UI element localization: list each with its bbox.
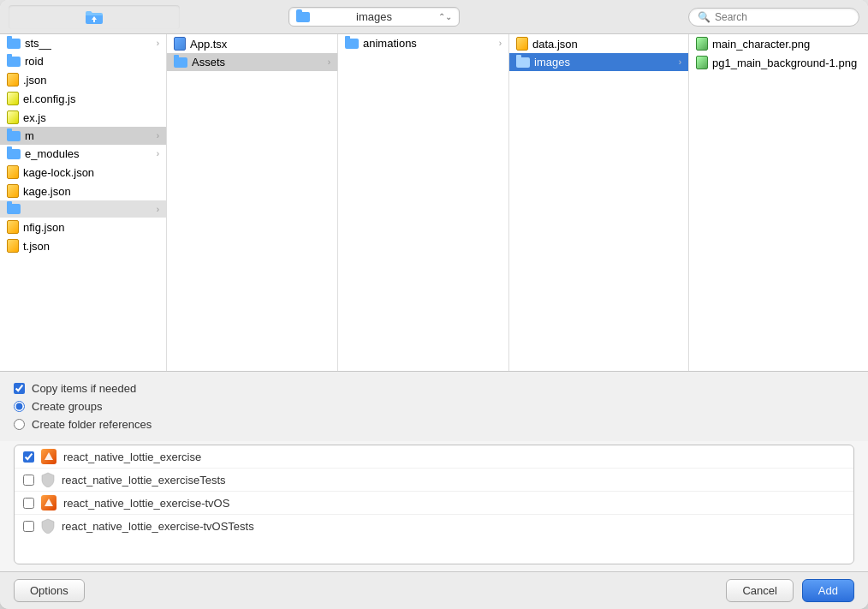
- png-file-icon: [696, 37, 708, 51]
- footer-left: Options: [14, 579, 726, 602]
- create-groups-row: Create groups: [14, 400, 854, 413]
- arrow-right-icon: ›: [157, 131, 159, 140]
- list-item[interactable]: main_character.png: [689, 34, 868, 53]
- folder-selector-chevron: ⌃⌄: [438, 12, 452, 21]
- browser-col-5: main_character.png pg1_main_background-1…: [689, 34, 868, 371]
- json-file-icon: [7, 73, 19, 87]
- footer-right: Cancel Add: [726, 579, 854, 602]
- list-item[interactable]: e_modules ›: [0, 145, 166, 163]
- json-file-icon: [7, 220, 19, 234]
- current-folder-icon: [296, 12, 310, 22]
- list-item[interactable]: el.config.js: [0, 89, 166, 108]
- list-item[interactable]: images ›: [509, 53, 688, 71]
- add-button[interactable]: Add: [802, 579, 854, 602]
- target-name-1: react_native_lottie_exercise: [63, 451, 201, 463]
- folder-icon: [7, 39, 21, 49]
- list-item[interactable]: App.tsx: [167, 34, 337, 53]
- browser-col-2: App.tsx Assets ›: [167, 34, 338, 371]
- arrow-right-icon: ›: [679, 57, 681, 67]
- toolbar-center: images ⌃⌄: [84, 7, 664, 27]
- copy-items-row: Copy items if needed: [14, 382, 854, 395]
- arrow-right-icon: ›: [499, 39, 502, 48]
- target-checkbox-4[interactable]: [23, 521, 34, 532]
- search-icon: 🔍: [698, 11, 710, 23]
- target-checkbox-1[interactable]: [23, 451, 34, 463]
- target-name-4: react_native_lottie_exercise-tvOSTests: [62, 520, 254, 533]
- target-item: react_native_lottie_exercise-tvOSTests: [15, 515, 853, 537]
- shield-icon: [41, 472, 55, 487]
- options-button[interactable]: Options: [14, 579, 85, 602]
- json-file-icon: [7, 239, 19, 253]
- list-item[interactable]: animations ›: [338, 34, 508, 52]
- toolbar-left: [9, 5, 77, 29]
- arrow-right-icon: ›: [157, 149, 159, 158]
- targets-section: react_native_lottie_exercise react_nativ…: [14, 445, 854, 564]
- target-name-3: react_native_lottie_exercise-tvOS: [63, 497, 229, 510]
- list-item[interactable]: data.json: [509, 34, 688, 53]
- current-folder-name: images: [315, 10, 433, 23]
- list-item[interactable]: sts__ ›: [0, 34, 166, 52]
- toolbar-right: 🔍: [671, 8, 859, 27]
- list-item[interactable]: Assets ›: [167, 53, 337, 71]
- list-item[interactable]: pg1_main_background-1.png: [689, 53, 868, 72]
- list-item[interactable]: t.json: [0, 236, 166, 255]
- create-folder-refs-radio[interactable]: [14, 419, 25, 430]
- file-browser: sts__ › roid .json el.config.js ex.js: [0, 34, 868, 372]
- target-checkbox-2[interactable]: [23, 475, 34, 486]
- target-name-2: react_native_lottie_exerciseTests: [62, 474, 226, 487]
- xcode-app-icon: [41, 495, 56, 510]
- create-groups-label: Create groups: [32, 400, 102, 413]
- footer: Options Cancel Add: [0, 571, 868, 609]
- copy-items-checkbox[interactable]: [14, 383, 25, 394]
- shield-icon: [41, 518, 55, 534]
- create-folder-refs-row: Create folder references: [14, 418, 854, 431]
- target-item: react_native_lottie_exercise-tvOS: [15, 492, 853, 515]
- target-checkbox-3[interactable]: [23, 498, 34, 509]
- arrow-right-icon: ›: [328, 57, 330, 67]
- xcode-app-icon: [41, 449, 56, 464]
- list-item[interactable]: .json: [0, 70, 166, 89]
- folder-icon: [7, 57, 21, 67]
- add-files-dialog: images ⌃⌄ 🔍 sts__ › roid: [0, 0, 868, 609]
- search-box: 🔍: [688, 8, 859, 27]
- json-file-icon: [516, 37, 528, 51]
- search-input[interactable]: [715, 11, 850, 23]
- folder-icon: [7, 131, 21, 141]
- current-folder-selector[interactable]: images ⌃⌄: [288, 7, 460, 27]
- list-item[interactable]: roid: [0, 52, 166, 70]
- cancel-button[interactable]: Cancel: [726, 579, 793, 602]
- json-file-icon: [7, 165, 19, 179]
- folder-icon: [7, 149, 21, 159]
- list-item[interactable]: kage.json: [0, 182, 166, 200]
- folder-icon: [345, 39, 359, 49]
- tsx-file-icon: [174, 37, 186, 51]
- folder-icon: [7, 204, 21, 214]
- create-groups-radio[interactable]: [14, 401, 25, 412]
- target-item: react_native_lottie_exerciseTests: [15, 469, 853, 492]
- target-item: react_native_lottie_exercise: [15, 445, 853, 469]
- arrow-right-icon: ›: [157, 205, 159, 214]
- folder-icon: [174, 57, 187, 68]
- browser-col-1: sts__ › roid .json el.config.js ex.js: [0, 34, 167, 371]
- folder-icon: [516, 57, 530, 68]
- create-folder-refs-label: Create folder references: [32, 418, 152, 431]
- copy-items-label: Copy items if needed: [32, 382, 136, 395]
- toolbar: images ⌃⌄ 🔍: [0, 0, 868, 34]
- png-file-icon: [696, 56, 708, 69]
- options-section: Copy items if needed Create groups Creat…: [0, 372, 868, 441]
- arrow-right-icon: ›: [157, 39, 159, 48]
- list-item[interactable]: kage-lock.json: [0, 163, 166, 182]
- list-item[interactable]: ›: [0, 200, 166, 218]
- browser-col-3: animations ›: [338, 34, 509, 371]
- list-item[interactable]: nfig.json: [0, 218, 166, 236]
- browser-col-4: data.json images ›: [509, 34, 689, 371]
- list-item[interactable]: m ›: [0, 127, 166, 145]
- json-file-icon: [7, 184, 19, 198]
- js-file-icon: [7, 110, 19, 124]
- list-item[interactable]: ex.js: [0, 108, 166, 127]
- js-file-icon: [7, 92, 19, 105]
